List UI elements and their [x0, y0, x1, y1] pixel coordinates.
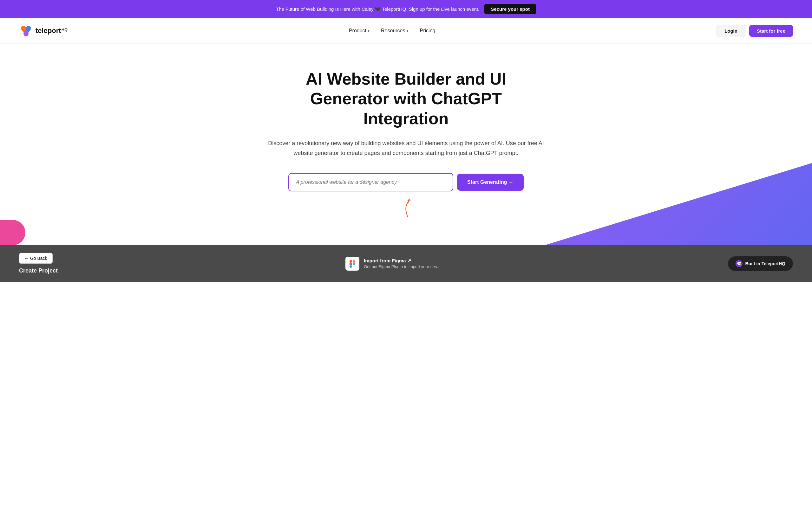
figma-text-area: Import from Figma ↗ Get our Figma Plugin… [364, 258, 440, 269]
hero-content: AI Website Builder and UI Generator with… [0, 44, 812, 220]
svg-rect-6 [350, 265, 352, 268]
announcement-banner: The Future of Web Building Is Here with … [0, 0, 812, 18]
logo-icon [19, 24, 33, 38]
prompt-input[interactable] [288, 173, 453, 191]
figma-logo-icon [348, 260, 357, 268]
logo-hq: HQ [61, 27, 68, 32]
arrow-annotation [397, 198, 415, 220]
svg-rect-4 [353, 260, 355, 263]
arrow-svg [397, 198, 415, 220]
start-generating-button[interactable]: Start Generating → [457, 174, 524, 191]
nav-link-product[interactable]: Product ▾ [349, 28, 369, 34]
figma-icon [345, 257, 359, 271]
bottom-panel: ← Go Back Create Project Import from Fig… [0, 245, 812, 282]
chat-icon: 💬 [735, 260, 743, 267]
nav-label-pricing: Pricing [420, 28, 436, 34]
svg-rect-5 [350, 263, 352, 265]
nav-actions: Login Start for free [716, 25, 793, 37]
nav-link-resources[interactable]: Resources ▾ [381, 28, 408, 34]
create-project-label: Create Project [19, 268, 58, 274]
nav-links: Product ▾ Resources ▾ Pricing [349, 28, 436, 34]
left-pink-shape [0, 220, 26, 245]
figma-import-title: Import from Figma ↗ [364, 258, 440, 264]
svg-point-7 [353, 263, 355, 265]
navbar: teleport HQ Product ▾ Resources ▾ Pricin… [0, 18, 812, 44]
nav-label-resources: Resources [381, 28, 405, 34]
hero-section: AI Website Builder and UI Generator with… [0, 44, 812, 245]
nav-link-pricing[interactable]: Pricing [420, 28, 436, 34]
figma-import-area: Import from Figma ↗ Get our Figma Plugin… [345, 257, 440, 271]
nav-item-pricing[interactable]: Pricing [420, 28, 436, 34]
logo-link[interactable]: teleport HQ [19, 24, 67, 38]
svg-point-2 [23, 30, 29, 37]
login-button[interactable]: Login [716, 25, 745, 37]
chevron-down-icon: ▾ [368, 29, 369, 33]
hero-subtitle: Discover a revolutionary new way of buil… [263, 138, 549, 158]
built-in-teleport-button[interactable]: 💬 Built in TeleportHQ [728, 257, 793, 271]
search-row: Start Generating → [19, 173, 793, 191]
svg-rect-3 [350, 260, 352, 263]
chevron-down-icon-resources: ▾ [407, 29, 409, 33]
go-back-button[interactable]: ← Go Back [19, 253, 53, 264]
logo-wordmark: teleport [36, 26, 61, 35]
bottom-panel-left: ← Go Back Create Project [19, 253, 58, 274]
secure-spot-button[interactable]: Secure your spot [484, 4, 536, 14]
nav-item-resources[interactable]: Resources ▾ [381, 28, 408, 34]
nav-label-product: Product [349, 28, 366, 34]
banner-message: The Future of Web Building Is Here with … [276, 6, 479, 12]
figma-import-subtitle: Get our Figma Plugin to import your des.… [364, 264, 440, 269]
built-in-label: Built in TeleportHQ [745, 261, 785, 266]
start-for-free-button[interactable]: Start for free [749, 25, 793, 37]
banner-text: The Future of Web Building Is Here with … [276, 6, 479, 12]
nav-item-product[interactable]: Product ▾ [349, 28, 369, 34]
hero-title: AI Website Builder and UI Generator with… [282, 69, 530, 128]
